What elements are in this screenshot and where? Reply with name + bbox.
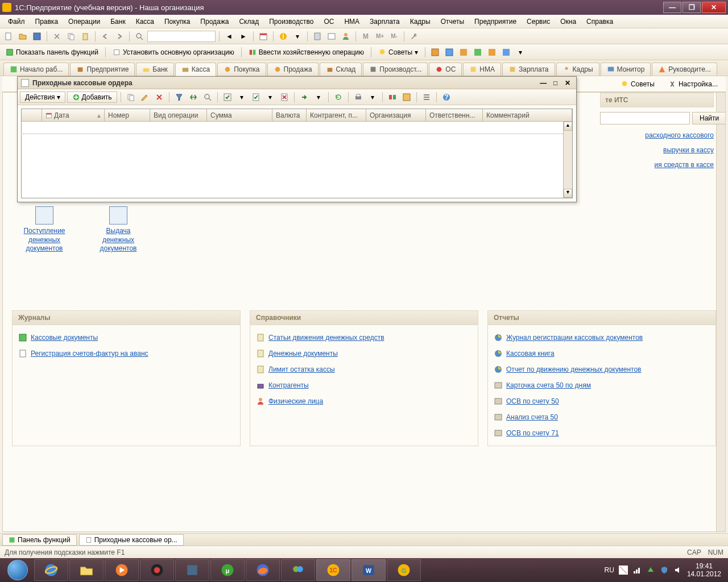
clock[interactable]: 19:41 14.01.2012 [687,562,721,579]
menu-salary[interactable]: Зарплата [365,16,404,27]
maximize-button[interactable]: ❐ [682,2,701,13]
tool-icon-5[interactable] [486,46,498,59]
dt-kt-icon[interactable] [386,91,399,103]
go-dropdown-icon[interactable]: ▾ [312,91,325,103]
dialog-minimize-button[interactable]: — [538,79,548,87]
link-contractors[interactable]: Контрагенты [268,381,309,389]
tab-purchase[interactable]: Покупка [217,63,266,76]
actions-dropdown[interactable]: Действия ▾ [20,92,65,103]
calendar-icon[interactable] [257,30,270,43]
unpost-icon[interactable]: ▾ [264,91,276,103]
menu-purchase[interactable]: Покупка [160,16,195,27]
tool-icon-3[interactable] [457,46,470,59]
m-icon[interactable]: M [359,30,372,43]
doc-incoming-link[interactable]: Поступление денежных документов [19,227,70,253]
col-op-type[interactable]: Вид операции [150,109,207,121]
tab-warehouse[interactable]: Склад [320,63,362,76]
col-amount[interactable]: Сумма [207,109,272,121]
forward-icon[interactable]: ► [237,30,250,43]
tab-enterprise[interactable]: Предприятие [70,63,135,76]
close-button[interactable]: ✕ [702,2,726,13]
tool-icon-7[interactable]: ▾ [514,46,527,59]
link-cash-flow[interactable]: Статьи движения денежных средств [268,334,384,342]
tab-kassa[interactable]: Касса [175,63,216,76]
enter-op-button[interactable]: Ввести хозяйственную операцию [245,47,367,57]
start-button[interactable] [2,559,33,581]
task-explorer[interactable] [69,559,104,581]
menu-help[interactable]: Справка [582,16,618,27]
menu-windows[interactable]: Окна [556,16,581,27]
link-osv-71[interactable]: ОСВ по счету 71 [506,429,559,437]
show-panel-button[interactable]: Показать панель функций [2,47,102,57]
link-individuals[interactable]: Физические лица [268,397,323,405]
menu-edit[interactable]: Правка [31,16,63,27]
tool-icon-2[interactable] [443,46,456,59]
paste-icon[interactable] [79,30,92,43]
hierarchy-icon[interactable]: ▾ [235,91,248,103]
col-currency[interactable]: Валюта [272,109,307,121]
task-word[interactable]: W [351,559,386,581]
open-icon[interactable] [16,30,29,43]
list-settings-icon[interactable] [420,91,433,103]
menu-operations[interactable]: Операции [64,16,105,27]
tab-nma[interactable]: НМА [463,63,501,76]
doc-outgoing-link[interactable]: Выдача денежных документов [93,227,144,253]
col-number[interactable]: Номер [105,109,150,121]
advice-link[interactable]: Советы [617,79,658,89]
period-icon[interactable] [187,91,200,103]
people-icon[interactable] [340,30,352,43]
settings-link[interactable]: Настройка... [665,79,721,89]
cut-icon[interactable] [51,30,63,43]
menu-nma[interactable]: НМА [340,16,364,27]
select-icon[interactable] [221,91,234,103]
tray-network-icon[interactable] [632,566,642,575]
tray-up-icon[interactable] [646,566,655,575]
tray-flag-icon[interactable] [619,566,628,575]
menu-service[interactable]: Сервис [522,16,555,27]
tab-cash-orders[interactable]: Приходные кассовые ор... [79,534,184,546]
new-icon[interactable] [2,30,15,43]
task-msn[interactable] [281,559,315,581]
minimize-button[interactable]: — [663,2,681,13]
print-dropdown-icon[interactable]: ▾ [366,91,379,103]
link-cash-docs[interactable]: Денежные документы [268,350,338,357]
search-icon[interactable] [133,30,146,43]
col-date[interactable]: Дата▴ [42,109,105,121]
calc-icon[interactable] [311,30,324,43]
vertical-scrollbar[interactable] [716,93,725,531]
menu-sale[interactable]: Продажа [196,16,233,27]
go-icon[interactable] [298,91,311,103]
filter-icon[interactable] [173,91,185,103]
doc-outgoing[interactable]: Выдача денежных документов [93,206,144,253]
tray-shield-icon[interactable] [660,566,669,575]
grid-scrollbar[interactable]: ▲ ▼ [563,122,572,198]
m-minus-icon[interactable]: M- [388,30,400,43]
link-reg-journal[interactable]: Журнал регистрации кассовых документов [506,334,643,342]
dialog-titlebar[interactable]: Приходные кассовые ордера — □ ✕ [18,77,576,89]
menu-file[interactable]: Файл [3,16,30,27]
tab-personnel[interactable]: Кадры [556,63,599,76]
m-plus-icon[interactable]: M+ [374,30,386,43]
col-blank[interactable] [22,109,42,121]
link-card-50[interactable]: Карточка счета 50 по дням [506,381,591,389]
help-icon[interactable]: i [277,30,289,43]
tab-sale[interactable]: Продажа [267,63,318,76]
dialog-maximize-button[interactable]: □ [551,79,561,87]
tool-icon-1[interactable] [429,46,441,59]
link-analysis-50[interactable]: Анализ счета 50 [506,413,558,421]
rp-link-2[interactable]: выручки в кассу [600,146,714,154]
copy-row-icon[interactable] [125,91,137,103]
task-mediaplayer[interactable] [105,559,139,581]
copy-icon[interactable] [65,30,77,43]
task-utorrent[interactable]: μ [210,559,245,581]
tab-panel-functions[interactable]: Панель функций [2,534,77,546]
wrench-icon[interactable] [408,30,420,43]
dialog-close-button[interactable]: ✕ [562,79,573,87]
menu-reports[interactable]: Отчеты [436,16,469,27]
task-app2[interactable] [175,559,209,581]
lang-indicator[interactable]: RU [605,566,614,574]
tab-bank[interactable]: Банк [136,63,173,76]
menu-enterprise[interactable]: Предприятие [470,16,521,27]
structure-icon[interactable] [400,91,413,103]
undo-icon[interactable] [99,30,111,43]
